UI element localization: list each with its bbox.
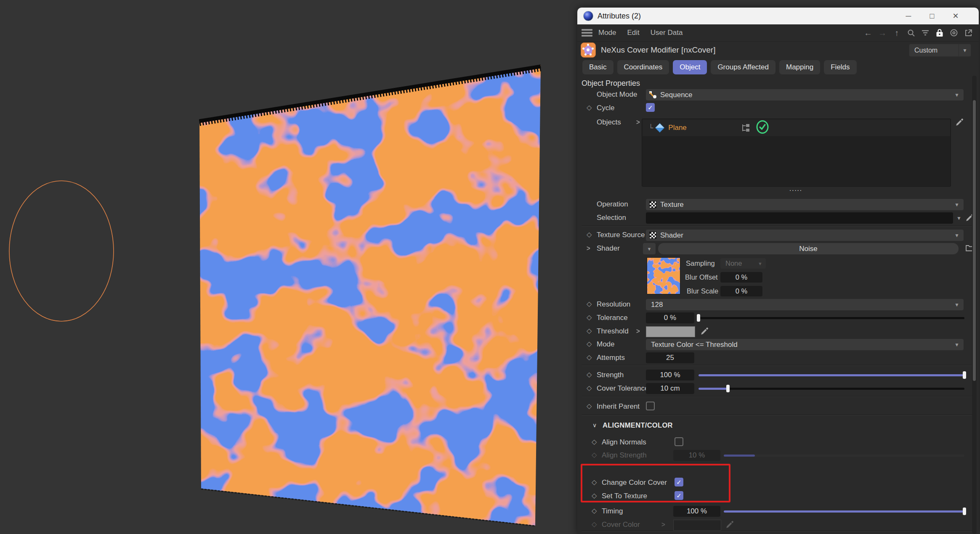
divider (582, 415, 975, 415)
maximize-button[interactable]: □ (926, 12, 938, 21)
shader-noise-button[interactable]: Noise (658, 243, 959, 254)
align-strength-label: Align Strength (602, 451, 647, 460)
tab-fields[interactable]: Fields (824, 60, 856, 74)
viewport[interactable] (0, 0, 577, 534)
blur-scale-value[interactable]: 0 % (720, 286, 762, 296)
row-cycle: ◇ Cycle ✓ (577, 102, 979, 114)
preset-dropdown[interactable]: Custom ▼ (909, 44, 971, 57)
tree-branch-icon: └ (648, 124, 653, 132)
objects-list-item[interactable]: └ Plane (643, 119, 950, 136)
panel-scrollbar-thumb[interactable] (973, 100, 976, 381)
row-timing: ◇ Timing 100 % (577, 505, 979, 518)
timing-slider[interactable] (724, 509, 964, 514)
menu-edit[interactable]: Edit (627, 29, 640, 37)
filter-icon[interactable] (921, 28, 930, 37)
row-cover-tolerance: ◇ Cover Tolerance 10 cm (577, 382, 979, 395)
spline-circle-object (9, 181, 114, 321)
hamburger-menu-icon[interactable] (582, 29, 592, 37)
diamond-icon: ◇ (587, 313, 592, 321)
objects-list[interactable]: └ Plane (642, 119, 951, 187)
strength-slider[interactable] (698, 373, 964, 378)
attempts-value[interactable]: 25 (646, 352, 694, 363)
cover-tolerance-value[interactable]: 10 cm (646, 383, 694, 394)
divider (582, 396, 975, 397)
tab-basic[interactable]: Basic (582, 60, 613, 74)
operation-dropdown[interactable]: Texture ▼ (646, 199, 964, 210)
strength-value[interactable]: 100 % (646, 370, 694, 381)
objects-eyedropper-icon[interactable] (955, 117, 964, 127)
tab-object[interactable]: Object (673, 60, 707, 74)
tab-mapping[interactable]: Mapping (779, 60, 820, 74)
history-forward-icon[interactable]: → (878, 28, 887, 37)
row-strength: ◇ Strength 100 % (577, 369, 979, 381)
parent-up-icon[interactable]: ↑ (892, 28, 901, 37)
shader-expander-icon[interactable]: > (587, 244, 590, 252)
row-blur-offset: Blur Offset 0 % (577, 271, 979, 284)
cover-tolerance-slider[interactable] (698, 386, 964, 391)
row-object-mode: Object Mode Sequence ▼ (577, 88, 979, 101)
preset-caret-icon[interactable]: ▼ (959, 44, 971, 56)
row-texture-source: ◇ Texture Source Shader ▼ (577, 229, 979, 241)
resolution-dropdown[interactable]: 128 ▼ (646, 299, 964, 310)
hierarchy-icon[interactable] (742, 124, 750, 132)
viewport-canvas (0, 0, 577, 534)
dropdown-caret-icon: ▼ (954, 302, 959, 308)
target-icon[interactable] (949, 28, 959, 37)
resolution-label: Resolution (597, 300, 630, 309)
diamond-icon: ◇ (592, 451, 597, 459)
attributes-panel: Attributes (2) ─ □ ✕ Mode Edit User Data… (577, 8, 979, 534)
minimize-button[interactable]: ─ (902, 12, 915, 21)
object-mode-label: Object Mode (597, 90, 637, 99)
section-chevron-icon[interactable]: ∨ (592, 422, 597, 428)
blur-offset-value[interactable]: 0 % (720, 272, 762, 283)
object-mode-dropdown[interactable]: Sequence ▼ (646, 89, 964, 100)
texture-checker-icon (649, 232, 656, 239)
tab-coordinates[interactable]: Coordinates (617, 60, 669, 74)
row-align-strength: ◇ Align Strength 10 % (577, 449, 979, 462)
enabled-check-icon[interactable] (756, 120, 769, 136)
menu-user-data[interactable]: User Data (651, 29, 683, 37)
threshold-expander-icon[interactable]: > (636, 327, 640, 335)
threshold-color-swatch[interactable] (646, 326, 695, 337)
object-header: NeXus Cover Modifier [nxCover] Custom ▼ (577, 41, 979, 59)
search-icon[interactable] (906, 28, 916, 37)
row-sampling: Sampling None ▼ (577, 257, 979, 270)
shader-mini-dropdown[interactable]: ▼ (643, 243, 656, 254)
cycle-checkbox[interactable]: ✓ (646, 103, 655, 112)
listbox-resize-handle[interactable]: ..... (642, 187, 950, 190)
threshold-eyedropper-icon[interactable] (700, 326, 709, 336)
timing-value[interactable]: 100 % (673, 506, 720, 517)
section-alignment-color: ∨ ALIGNMENT/COLOR (577, 420, 979, 433)
inherit-parent-checkbox[interactable] (646, 402, 655, 410)
highlight-rectangle (581, 464, 730, 502)
strength-label: Strength (597, 371, 624, 379)
menu-mode[interactable]: Mode (598, 29, 616, 37)
objects-expander-icon[interactable]: > (636, 118, 640, 126)
alignment-color-header[interactable]: ALIGNMENT/COLOR (603, 421, 673, 429)
row-align-normals: ◇ Align Normals (577, 436, 979, 449)
mode-dropdown[interactable]: Texture Color <= Threshold ▼ (646, 339, 964, 350)
window-titlebar[interactable]: Attributes (2) ─ □ ✕ (577, 8, 979, 24)
blur-offset-label: Blur Offset (685, 273, 718, 281)
cover-color-label: Cover Color (602, 521, 640, 529)
close-button[interactable]: ✕ (949, 11, 962, 21)
tab-groups-affected[interactable]: Groups Affected (711, 60, 776, 74)
cycle-label: Cycle (597, 104, 615, 112)
divider (582, 365, 975, 366)
row-resolution: ◇ Resolution 128 ▼ (577, 298, 979, 311)
align-normals-checkbox[interactable] (675, 437, 683, 446)
cinema4d-logo-icon (583, 11, 593, 21)
selection-input[interactable] (646, 212, 953, 224)
row-blur-scale: Blur Scale 0 % (577, 285, 979, 298)
tolerance-value[interactable]: 0 % (646, 312, 694, 323)
plane-object-name[interactable]: Plane (668, 124, 686, 132)
section-object-properties: Object Properties (582, 79, 640, 88)
caret-icon: ▼ (647, 246, 652, 251)
lock-icon[interactable] (935, 28, 944, 37)
texture-source-dropdown[interactable]: Shader ▼ (646, 230, 964, 241)
open-external-icon[interactable] (964, 28, 973, 37)
selection-caret-icon[interactable]: ▼ (956, 215, 961, 221)
diamond-icon: ◇ (587, 103, 592, 111)
tolerance-slider[interactable] (698, 315, 964, 320)
history-back-icon[interactable]: ← (863, 28, 873, 37)
